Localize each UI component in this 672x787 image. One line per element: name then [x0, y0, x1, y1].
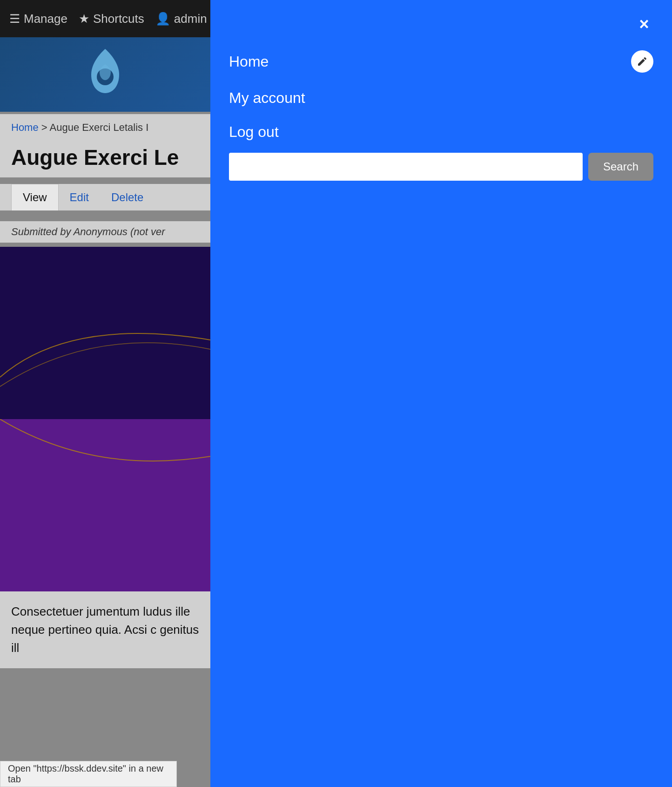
tab-view[interactable]: View	[11, 184, 59, 210]
manage-menu-item[interactable]: ☰ Manage	[9, 12, 67, 26]
search-form: Search	[229, 153, 653, 181]
user-icon: 👤	[155, 12, 170, 26]
hamburger-icon: ☰	[9, 12, 20, 26]
admin-label: admin	[174, 12, 207, 26]
star-icon: ★	[79, 12, 89, 26]
panel-nav-my-account[interactable]: My account	[229, 81, 653, 115]
status-bar-text: Open "https://bssk.ddev.site" in a new t…	[8, 763, 169, 785]
panel-nav-log-out[interactable]: Log out	[229, 115, 653, 149]
image-top-half	[0, 247, 210, 419]
status-bar: Open "https://bssk.ddev.site" in a new t…	[0, 761, 177, 787]
admin-menu-item[interactable]: 👤 admin	[155, 12, 207, 26]
shortcuts-label: Shortcuts	[93, 12, 144, 26]
page-title: Augue Exerci Le	[0, 137, 210, 177]
drupal-header	[0, 37, 210, 112]
home-breadcrumb-link[interactable]: Home	[11, 122, 39, 133]
shortcuts-menu-item[interactable]: ★ Shortcuts	[79, 12, 144, 26]
image-bottom-half	[0, 419, 210, 591]
pencil-icon	[637, 56, 648, 67]
search-input[interactable]	[229, 153, 583, 181]
panel-nav-home[interactable]: Home	[229, 42, 653, 81]
breadcrumb-current: Augue Exerci Letalis I	[50, 122, 149, 133]
submitted-text: Submitted by Anonymous (not ver	[0, 221, 210, 243]
tab-edit[interactable]: Edit	[59, 184, 100, 210]
right-panel: × Home My account Log out Search	[210, 0, 672, 787]
manage-label: Manage	[24, 12, 67, 26]
home-edit-icon-button[interactable]	[631, 50, 653, 73]
close-panel-button[interactable]: ×	[631, 11, 657, 37]
search-button[interactable]: Search	[588, 153, 653, 181]
content-text: Consectetuer jumentum ludus ille neque p…	[0, 591, 210, 668]
curve-overlay-bottom	[0, 419, 210, 591]
content-tabs: View Edit Delete	[0, 184, 210, 210]
curve-overlay-top	[0, 247, 210, 419]
admin-toolbar: ☰ Manage ★ Shortcuts 👤 admin	[0, 0, 210, 37]
article-image	[0, 247, 210, 591]
breadcrumb-separator: >	[41, 122, 50, 133]
tab-delete[interactable]: Delete	[100, 184, 155, 210]
drupal-logo	[82, 47, 128, 102]
panel-navigation: Home My account Log out Search	[229, 42, 653, 181]
